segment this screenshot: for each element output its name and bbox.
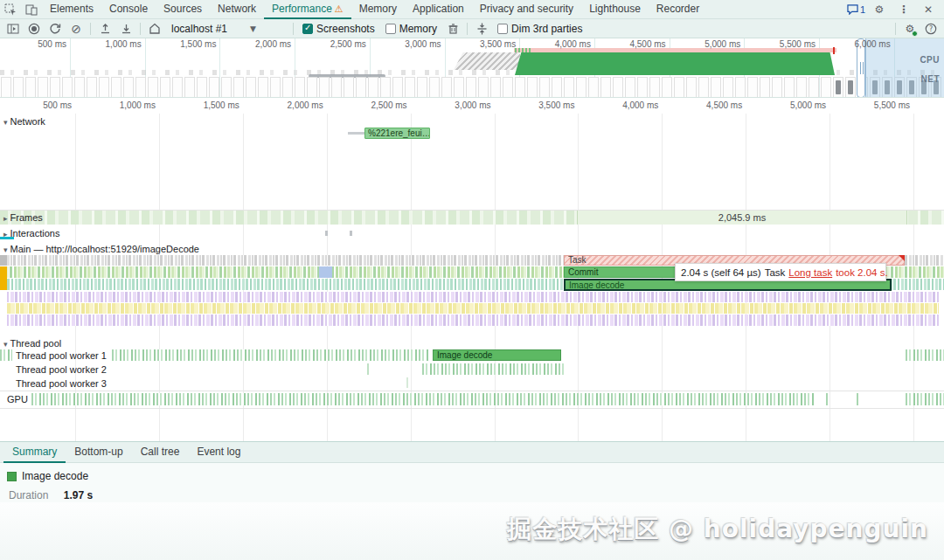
toggle-sidebar-icon[interactable] [3,20,23,38]
filmstrip-frame[interactable] [270,77,281,98]
filmstrip-frame[interactable] [160,77,170,98]
filmstrip-frame[interactable] [515,77,525,98]
flame-row-scripting-2[interactable] [7,303,939,314]
filmstrip-frame[interactable] [368,77,378,98]
flame-row-rendering[interactable] [7,292,939,302]
filmstrip-frame[interactable] [686,77,697,98]
filmstrip-frame[interactable] [123,77,134,98]
flame-chip-blue[interactable] [319,266,332,278]
issues-counter[interactable]: 1 [847,4,865,15]
filmstrip-frame[interactable] [99,77,109,98]
filmstrip-frame[interactable] [87,77,97,98]
tab-performance[interactable]: Performance⚠ [264,0,351,19]
filmstrip-frame[interactable] [62,77,73,98]
compress-arrows-icon[interactable] [472,20,491,38]
filmstrip-frame[interactable] [503,77,513,98]
filmstrip-frame[interactable] [319,77,330,98]
filmstrip-frame[interactable] [821,77,831,98]
thread-pool-worker-3-label[interactable]: Thread pool worker 3 [16,378,107,389]
details-tab-event-log[interactable]: Event log [188,442,249,463]
dim-3rd-parties-checkbox[interactable]: Dim 3rd parties [493,23,587,35]
filmstrip-frame[interactable] [25,77,36,98]
filmstrip-frame[interactable] [344,77,354,98]
filmstrip-frame[interactable] [588,77,599,98]
filmstrip-frame[interactable] [637,77,648,98]
filmstrip-frame[interactable] [490,77,501,98]
screenshots-checkbox[interactable]: Screenshots [298,23,379,35]
filmstrip-frame[interactable] [649,77,660,98]
commit-event-bar[interactable]: Commit [564,266,678,278]
filmstrip-frame[interactable] [38,77,48,98]
worker-1-activity[interactable] [0,349,12,361]
device-toolbar-icon[interactable] [21,1,42,18]
filmstrip-frame[interactable] [197,77,207,98]
flame-chip-orange[interactable] [0,266,7,290]
filmstrip-frame[interactable] [600,77,611,98]
details-tab-call-tree[interactable]: Call tree [132,442,189,463]
long-task-link[interactable]: Long task [788,267,832,278]
filmstrip-frame[interactable] [135,77,146,98]
filmstrip-frame[interactable] [148,77,158,98]
tab-recorder[interactable]: Recorder [649,0,707,19]
inspect-icon[interactable] [0,1,21,18]
gpu-activity[interactable] [906,393,944,405]
filmstrip-frame[interactable] [564,77,574,98]
record-reload-button[interactable] [45,20,65,38]
save-profile-icon[interactable] [116,20,135,38]
filmstrip-frame[interactable] [454,77,464,98]
filmstrip-frame[interactable] [833,77,843,98]
tab-console[interactable]: Console [101,0,156,19]
timeline-overview-minimap[interactable]: CPU NET 500 ms1,000 ms1,500 ms2,000 ms2,… [0,38,944,98]
flame-chip-gray[interactable] [0,255,7,266]
filmstrip-frame[interactable] [466,77,476,98]
filmstrip-frame[interactable] [478,77,489,98]
filmstrip-frame[interactable] [735,77,746,98]
worker-2-activity[interactable] [422,363,564,375]
tab-elements[interactable]: Elements [42,0,101,19]
gpu-activity[interactable] [31,393,814,405]
filmstrip-frame[interactable] [711,77,721,98]
worker-1-activity[interactable] [906,349,944,361]
network-request-bar[interactable]: %221ere_feui… [364,128,430,139]
tab-network[interactable]: Network [210,0,264,19]
load-profile-icon[interactable] [95,20,115,38]
thread-pool-worker-2-label[interactable]: Thread pool worker 2 [16,364,107,375]
interactions-track-header[interactable]: ▸Interactions [3,228,59,239]
filmstrip-frame[interactable] [233,77,244,98]
filmstrip-frame[interactable] [221,77,232,98]
filmstrip-frame[interactable] [380,77,391,98]
filmstrip-frame[interactable] [723,77,733,98]
history-dropdown[interactable]: localhost #1 ▼ [166,22,288,36]
filmstrip-frame[interactable] [698,77,709,98]
filmstrip-frame[interactable] [674,77,684,98]
filmstrip-frame[interactable] [796,77,807,98]
tab-privacy-and-security[interactable]: Privacy and security [472,0,581,19]
details-tab-summary[interactable]: Summary [3,442,66,463]
help-icon[interactable]: ? [921,20,941,38]
frames-track-header[interactable]: ▸Frames [3,212,43,223]
tab-application[interactable]: Application [405,0,472,19]
main-thread-track-header[interactable]: ▾Main — http://localhost:51929/imageDeco… [3,244,199,254]
filmstrip-frame[interactable] [50,77,60,98]
filmstrip-frame[interactable] [258,77,268,98]
filmstrip-frame[interactable] [772,77,782,98]
kebab-menu-icon[interactable]: ⋮ [893,1,914,18]
filmstrip-frame[interactable] [184,77,195,98]
thread-pool-track-header[interactable]: ▾Thread pool [3,338,61,349]
filmstrip-frame[interactable] [282,77,293,98]
flame-row-rendering-2[interactable] [7,315,939,326]
filmstrip-frame[interactable] [429,77,440,98]
filmstrip-frame[interactable] [1,77,11,98]
filmstrip-frame[interactable] [809,77,819,98]
filmstrip-frame[interactable] [747,77,758,98]
filmstrip-frame[interactable] [209,77,219,98]
clear-button[interactable]: ⊘ [66,20,86,38]
filmstrip-frame[interactable] [845,77,856,98]
close-icon[interactable]: ✕ [918,1,939,18]
filmstrip-frame[interactable] [613,77,623,98]
filmstrip-frame[interactable] [74,77,85,98]
thread-pool-worker-1-label[interactable]: Thread pool worker 1 [16,350,107,361]
filmstrip-frame[interactable] [784,77,795,98]
filmstrip-frame[interactable] [576,77,587,98]
live-metrics-home-icon[interactable] [145,20,164,38]
